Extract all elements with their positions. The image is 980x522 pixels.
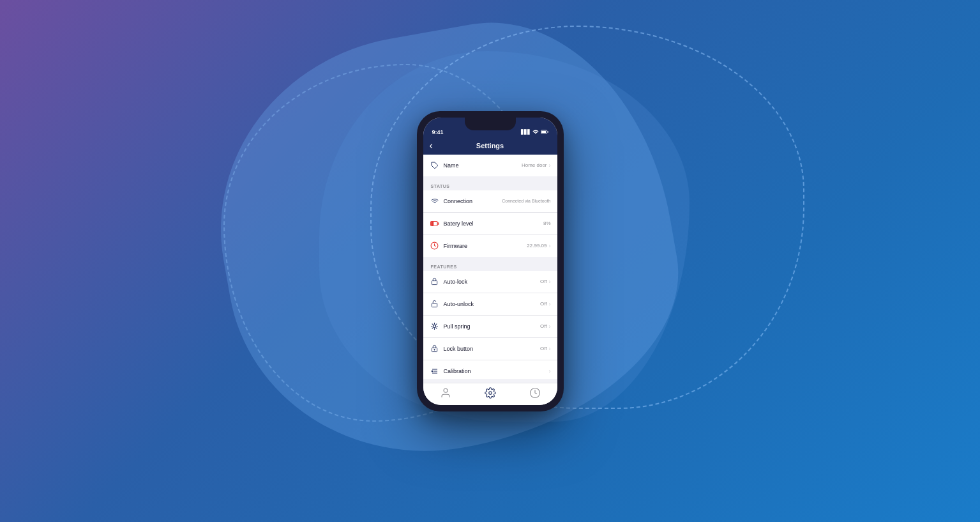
auto-unlock-icon [430,299,440,309]
battery-content: Batery level 8% [444,220,551,227]
pull-spring-item[interactable]: Pull spring Off › [423,316,557,338]
svg-point-10 [433,325,435,327]
svg-point-18 [488,391,492,394]
battery-item[interactable]: Batery level 8% [423,213,557,235]
name-value: Home door [522,162,547,168]
pull-spring-chevron: › [549,323,551,330]
phone-mockup: 9:41 ▋▋▋ [417,111,564,411]
battery-setting-icon [430,219,440,229]
connection-item[interactable]: Connection Connected via Bluetooth [423,190,557,213]
firmware-value: 22.99.09 [527,243,547,249]
calibration-chevron: › [549,368,551,374]
status-card: Connection Connected via Bluetooth [423,190,557,257]
auto-unlock-value-group: Off › [540,301,551,307]
auto-unlock-label: Auto-unlock [444,301,474,307]
auto-lock-value-group: Off › [540,279,551,285]
name-item[interactable]: Name Home door › [423,155,557,176]
features-header: FEATURES [423,261,557,271]
pull-spring-content: Pull spring Off › [444,323,551,330]
lock-button-value-group: Off › [540,346,551,352]
connection-label: Connection [444,198,473,204]
svg-rect-9 [432,303,437,307]
phone-notch [465,118,516,130]
battery-value: 8% [543,220,551,226]
auto-lock-value: Off [540,279,547,284]
nav-header: ‹ Settings [423,138,557,155]
calibration-icon [430,366,440,376]
lock-button-item[interactable]: Lock button Off › [423,338,557,360]
auto-unlock-content: Auto-unlock Off › [444,301,551,307]
features-section: FEATURES Auto-lock [423,261,557,379]
firmware-chevron: › [549,243,551,249]
name-value-group: Home door › [522,162,551,169]
back-button[interactable]: ‹ [430,141,433,151]
calibration-item[interactable]: Calibration › [423,360,557,379]
status-time: 9:41 [432,129,444,135]
tab-bar [423,383,557,405]
tab-settings[interactable] [485,387,496,399]
phone-frame: 9:41 ▋▋▋ [417,111,564,411]
settings-content: Name Home door › STATUS [423,155,557,383]
lock-button-chevron: › [549,346,551,352]
pull-spring-label: Pull spring [444,323,471,330]
connection-value: Connected via Bluetooth [502,199,550,203]
status-section: STATUS [423,180,557,257]
name-chevron: › [549,162,551,169]
battery-label: Batery level [444,220,474,227]
lock-button-icon [430,344,440,354]
tab-user[interactable] [440,387,451,399]
pull-spring-value-group: Off › [540,323,551,330]
auto-lock-chevron: › [549,279,551,285]
auto-unlock-item[interactable]: Auto-unlock Off › [423,293,557,316]
lock-button-content: Lock button Off › [444,346,551,352]
svg-rect-8 [432,281,437,285]
firmware-item[interactable]: Firmware 22.99.09 › [423,235,557,257]
lock-button-label: Lock button [444,346,474,352]
name-section: Name Home door › [423,155,557,176]
status-header: STATUS [423,180,557,190]
firmware-value-group: 22.99.09 › [527,243,550,249]
tag-icon [430,160,440,171]
auto-lock-label: Auto-lock [444,279,468,285]
calibration-label: Calibration [444,368,471,374]
auto-unlock-chevron: › [549,301,551,307]
tab-history[interactable] [529,387,541,399]
features-card: Auto-lock Off › [423,271,557,379]
wifi-setting-icon [430,196,440,206]
signal-icon: ▋▋▋ [521,130,531,135]
firmware-label: Firmware [444,243,468,249]
name-label: Name [444,162,459,169]
auto-unlock-value: Off [540,301,547,307]
svg-point-17 [444,388,448,392]
lock-button-value: Off [540,346,547,351]
svg-rect-2 [541,131,546,133]
svg-rect-1 [547,131,548,132]
battery-icon [541,130,548,135]
status-icons: ▋▋▋ [521,129,548,135]
auto-lock-icon [430,277,440,287]
phone-screen: 9:41 ▋▋▋ [423,118,557,405]
auto-lock-item[interactable]: Auto-lock Off › [423,271,557,293]
calibration-content: Calibration › [444,368,551,374]
svg-point-12 [434,349,435,350]
calibration-value-group: › [549,368,551,374]
nav-title: Settings [476,142,504,150]
firmware-icon [430,241,440,251]
pull-spring-value: Off [540,323,547,329]
pull-spring-icon [430,321,440,332]
firmware-content: Firmware 22.99.09 › [444,243,551,249]
name-content: Name Home door › [444,162,551,169]
wifi-icon [532,129,539,135]
auto-lock-content: Auto-lock Off › [444,279,551,285]
svg-rect-6 [431,222,433,225]
svg-point-16 [432,371,433,372]
connection-content: Connection Connected via Bluetooth [444,198,551,204]
